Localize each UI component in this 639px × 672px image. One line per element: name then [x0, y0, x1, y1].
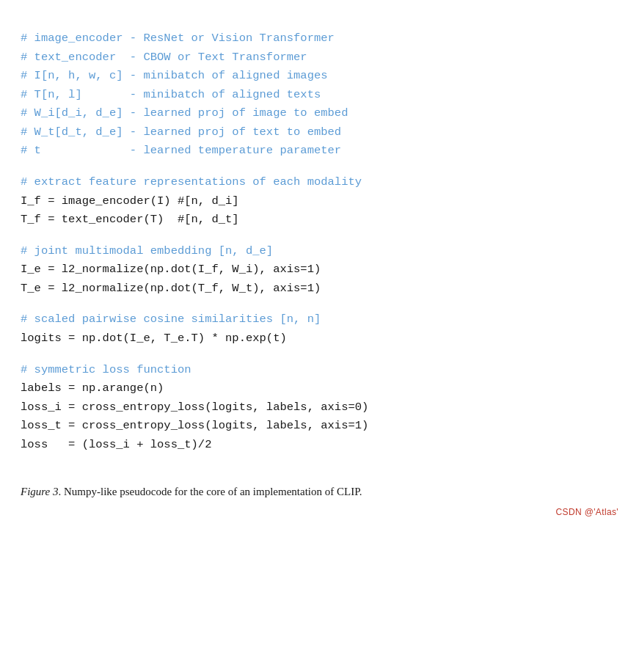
comment-line: # image_encoder - ResNet or Vision Trans…	[21, 29, 618, 48]
blank-line	[21, 348, 618, 361]
comment-line: # text_encoder - CBOW or Text Transforme…	[21, 48, 618, 67]
caption-area: Figure 3. Numpy-like pseudocode for the …	[21, 483, 618, 500]
code-line: T_e = l2_normalize(np.dot(T_f, W_t), axi…	[21, 280, 618, 299]
caption-text: . Numpy-like pseudocode for the core of …	[59, 486, 362, 497]
code-line: I_f = image_encoder(I) #[n, d_i]	[21, 192, 618, 211]
comment-line: # T[n, l] - minibatch of aligned texts	[21, 86, 618, 105]
code-line: loss_i = cross_entropy_loss(logits, labe…	[21, 398, 618, 417]
blank-line	[21, 230, 618, 242]
code-line: loss_t = cross_entropy_loss(logits, labe…	[21, 417, 618, 436]
code-line: labels = np.arange(n)	[21, 379, 618, 398]
comment-line: # W_i[d_i, d_e] - learned proj of image …	[21, 104, 618, 123]
code-line: loss = (loss_i + loss_t)/2	[21, 436, 618, 455]
code-line: logits = np.dot(I_e, T_e.T) * np.exp(t)	[21, 329, 618, 348]
comment-line: # joint multimodal embedding [n, d_e]	[21, 242, 618, 261]
comment-line: # W_t[d_t, d_e] - learned proj of text t…	[21, 123, 618, 142]
attribution: CSDN @'Atlas'	[21, 507, 618, 517]
code-line: T_f = text_encoder(T) #[n, d_t]	[21, 211, 618, 230]
blank-line	[21, 298, 618, 310]
comment-line: # t - learned temperature parameter	[21, 142, 618, 161]
code-line: I_e = l2_normalize(np.dot(I_f, W_i), axi…	[21, 260, 618, 280]
comment-line: # symmetric loss function	[21, 361, 618, 380]
comment-line: # scaled pairwise cosine similarities [n…	[21, 310, 618, 329]
comment-line: # extract feature representations of eac…	[21, 173, 618, 192]
blank-line	[21, 161, 618, 173]
code-block: # image_encoder - ResNet or Vision Trans…	[21, 18, 618, 466]
figure-label: Figure 3	[21, 486, 59, 497]
comment-line: # I[n, h, w, c] - minibatch of aligned i…	[21, 67, 618, 86]
